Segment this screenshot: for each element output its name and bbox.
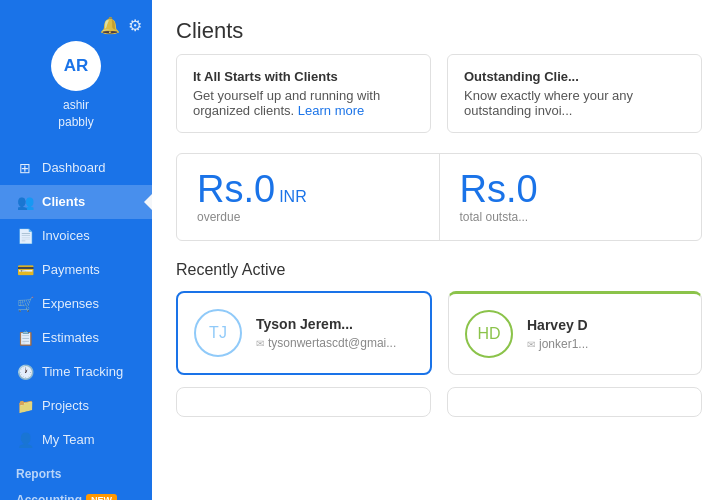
sidebar-nav: ⊞ Dashboard 👥 Clients 📄 Invoices 💳 Payme…: [0, 151, 152, 500]
sidebar-item-label: Dashboard: [42, 160, 106, 175]
sidebar-item-expenses[interactable]: 🛒 Expenses: [0, 287, 152, 321]
clients-row-bottom: [176, 387, 702, 417]
promo-card-2-title: Outstanding Clie...: [464, 69, 685, 84]
sidebar-item-label: Projects: [42, 398, 89, 413]
email-icon-hd: ✉: [527, 339, 535, 350]
stat-overdue: Rs.0INR overdue: [177, 154, 440, 240]
total-outstanding-amount: Rs.0: [460, 170, 682, 208]
stat-total-outstanding: Rs.0 total outsta...: [440, 154, 702, 240]
clients-row: → TJ Tyson Jerem... ✉ tysonwertascdt@gma…: [176, 291, 702, 375]
email-icon: ✉: [256, 338, 264, 349]
client-avatar-hd: HD: [465, 310, 513, 358]
client-card-tj[interactable]: → TJ Tyson Jerem... ✉ tysonwertascdt@gma…: [176, 291, 432, 375]
sidebar-item-invoices[interactable]: 📄 Invoices: [0, 219, 152, 253]
overdue-amount: Rs.0INR: [197, 170, 419, 208]
stats-row: Rs.0INR overdue Rs.0 total outsta...: [176, 153, 702, 241]
sidebar-item-label: My Team: [42, 432, 95, 447]
client-avatar-tj: TJ: [194, 309, 242, 357]
sidebar-item-label: Clients: [42, 194, 85, 209]
promo-card-1: It All Starts with Clients Get yourself …: [176, 54, 431, 133]
payments-icon: 💳: [16, 262, 34, 278]
invoices-icon: 📄: [16, 228, 34, 244]
clients-icon: 👥: [16, 194, 34, 210]
sidebar-item-dashboard[interactable]: ⊞ Dashboard: [0, 151, 152, 185]
promo-cards-row: It All Starts with Clients Get yourself …: [176, 54, 702, 133]
sidebar-username: ashir pabbly: [58, 97, 93, 131]
time-tracking-icon: 🕐: [16, 364, 34, 380]
sidebar: 🔔 ⚙ AR ashir pabbly ⊞ Dashboard 👥 Client…: [0, 0, 152, 500]
main-content-area: Clients It All Starts with Clients Get y…: [152, 0, 726, 500]
overdue-currency: INR: [279, 188, 307, 205]
promo-card-1-title: It All Starts with Clients: [193, 69, 414, 84]
accounting-section-label[interactable]: Accounting NEW: [0, 483, 152, 500]
client-name-tj: Tyson Jerem...: [256, 316, 414, 332]
sidebar-item-label: Expenses: [42, 296, 99, 311]
promo-card-1-desc: Get yourself up and running with organiz…: [193, 88, 414, 118]
promo-card-2-desc: Know exactly where your any outstanding …: [464, 88, 685, 118]
expenses-icon: 🛒: [16, 296, 34, 312]
client-email-tj: ✉ tysonwertascdt@gmai...: [256, 336, 414, 350]
sidebar-icons-row: 🔔 ⚙: [0, 16, 152, 35]
promo-card-2: Outstanding Clie... Know exactly where y…: [447, 54, 702, 133]
dashboard-icon: ⊞: [16, 160, 34, 176]
sidebar-item-payments[interactable]: 💳 Payments: [0, 253, 152, 287]
total-outstanding-label: total outsta...: [460, 210, 682, 224]
sidebar-item-label: Payments: [42, 262, 100, 277]
client-email-hd: ✉ jonker1...: [527, 337, 685, 351]
sidebar-item-time-tracking[interactable]: 🕐 Time Tracking: [0, 355, 152, 389]
avatar[interactable]: AR: [51, 41, 101, 91]
sidebar-item-label: Invoices: [42, 228, 90, 243]
page-title: Clients: [152, 0, 726, 54]
sidebar-item-label: Estimates: [42, 330, 99, 345]
sidebar-item-my-team[interactable]: 👤 My Team: [0, 423, 152, 457]
sidebar-item-label: Time Tracking: [42, 364, 123, 379]
recently-active-title: Recently Active: [176, 261, 702, 279]
client-info-hd: Harvey D ✉ jonker1...: [527, 317, 685, 351]
overdue-label: overdue: [197, 210, 419, 224]
sidebar-item-clients[interactable]: 👥 Clients: [0, 185, 152, 219]
reports-section-label[interactable]: Reports: [0, 457, 152, 483]
main-body: It All Starts with Clients Get yourself …: [152, 54, 726, 500]
client-card-partial-1: [176, 387, 431, 417]
settings-icon[interactable]: ⚙: [128, 16, 142, 35]
notification-icon[interactable]: 🔔: [100, 16, 120, 35]
estimates-icon: 📋: [16, 330, 34, 346]
learn-more-link[interactable]: Learn more: [298, 103, 364, 118]
client-card-partial-2: [447, 387, 702, 417]
sidebar-top: 🔔 ⚙ AR ashir pabbly: [0, 16, 152, 143]
client-name-hd: Harvey D: [527, 317, 685, 333]
sidebar-item-estimates[interactable]: 📋 Estimates: [0, 321, 152, 355]
client-card-hd[interactable]: HD Harvey D ✉ jonker1...: [448, 291, 702, 375]
projects-icon: 📁: [16, 398, 34, 414]
new-badge: NEW: [86, 494, 117, 500]
my-team-icon: 👤: [16, 432, 34, 448]
client-info-tj: Tyson Jerem... ✉ tysonwertascdt@gmai...: [256, 316, 414, 350]
sidebar-item-projects[interactable]: 📁 Projects: [0, 389, 152, 423]
